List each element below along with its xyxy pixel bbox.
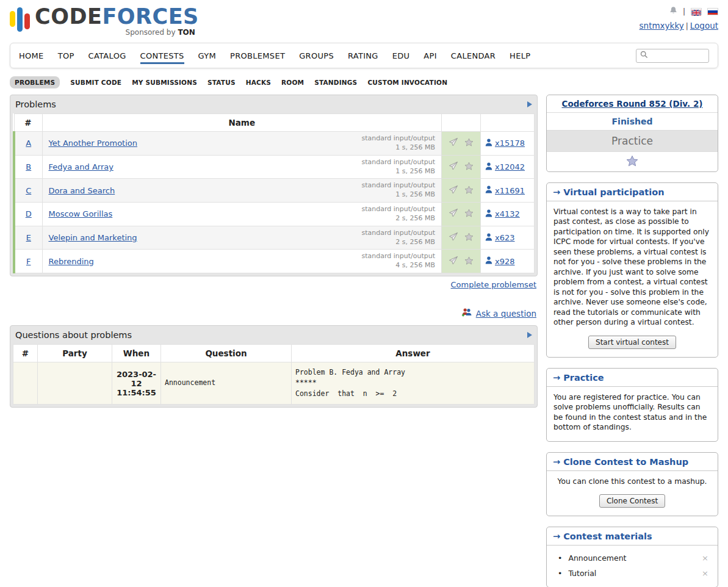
paper-plane-icon[interactable]: [449, 232, 458, 243]
problem-limits: standard input/output2 s, 256 MB: [361, 229, 435, 247]
flag-ru-icon[interactable]: [707, 8, 718, 15]
close-icon[interactable]: ×: [700, 569, 710, 578]
nav-item-api[interactable]: API: [423, 51, 436, 60]
favorite-star-icon[interactable]: [464, 138, 474, 148]
logo-sponsored: Sponsored by TON: [35, 28, 199, 37]
problem-row: C Dora and Search standard input/output1…: [14, 179, 535, 203]
favorite-star-icon[interactable]: [464, 232, 474, 243]
ask-question-link[interactable]: Ask a question: [476, 309, 536, 319]
tab-standings[interactable]: STANDINGS: [314, 79, 357, 86]
nav-item-catalog[interactable]: CATALOG: [88, 51, 126, 60]
contest-info-box: Codeforces Round 852 (Div. 2) Finished P…: [546, 95, 718, 172]
col-header-num: #: [14, 114, 42, 132]
problem-name-link[interactable]: Dora and Search: [49, 186, 115, 195]
tab-room[interactable]: ROOM: [281, 79, 304, 86]
search-box[interactable]: [636, 49, 709, 63]
problem-letter-link[interactable]: A: [26, 139, 31, 148]
question-party: [38, 362, 112, 405]
paper-plane-icon[interactable]: [449, 161, 458, 173]
expand-arrow-icon[interactable]: [527, 332, 532, 338]
nav-item-gym[interactable]: GYM: [198, 51, 216, 60]
tab-my-submissions[interactable]: MY SUBMISSIONS: [132, 79, 197, 86]
favorite-star-icon[interactable]: [626, 159, 638, 168]
col-header-question: Question: [161, 345, 292, 362]
nav-item-top[interactable]: TOP: [58, 51, 74, 60]
problem-row: B Fedya and Array standard input/output1…: [14, 155, 535, 179]
nav-item-help[interactable]: HELP: [510, 51, 530, 60]
tab-custom-invocation[interactable]: CUSTOM INVOCATION: [367, 79, 447, 86]
question-when: 2023-02-12 11:54:55: [112, 362, 161, 405]
question-num: [13, 362, 38, 405]
question-answer: Problem B. Fedya and Array ***** Conside…: [292, 362, 535, 405]
solved-count-link[interactable]: x11691: [485, 185, 530, 195]
tab-hacks[interactable]: HACKS: [246, 79, 271, 86]
problem-letter-link[interactable]: B: [26, 162, 31, 171]
paper-plane-icon[interactable]: [449, 208, 458, 220]
main-nav: HOME TOP CATALOG CONTESTS GYM PROBLEMSET…: [10, 43, 718, 68]
problem-letter-link[interactable]: E: [26, 233, 31, 242]
practice-title: → Practice: [547, 369, 718, 387]
solved-count-link[interactable]: x15178: [485, 139, 530, 148]
problem-letter-link[interactable]: D: [26, 209, 32, 218]
problem-name-link[interactable]: Velepin and Marketing: [49, 233, 137, 242]
problem-name-link[interactable]: Rebrending: [49, 257, 94, 266]
nav-item-calendar[interactable]: CALENDAR: [451, 51, 496, 60]
paper-plane-icon[interactable]: [449, 256, 458, 267]
flag-en-icon[interactable]: [691, 8, 702, 15]
problem-name-link[interactable]: Yet Another Promotion: [49, 139, 137, 148]
favorite-star-icon[interactable]: [464, 256, 474, 267]
tab-submit-code[interactable]: SUBMIT CODE: [70, 79, 121, 86]
nav-item-edu[interactable]: EDU: [392, 51, 410, 60]
virtual-participation-text: Virtual contest is a way to take part in…: [547, 201, 718, 333]
problem-name-link[interactable]: Fedya and Array: [49, 162, 114, 171]
nav-item-rating[interactable]: RATING: [348, 51, 378, 60]
material-announcement-link[interactable]: Announcement: [568, 553, 626, 563]
solved-count-link[interactable]: x12042: [485, 162, 530, 172]
paper-plane-icon[interactable]: [449, 185, 458, 196]
practice-text: You are registered for practice. You can…: [547, 387, 718, 438]
clone-contest-title: → Clone Contest to Mashup: [547, 453, 718, 471]
practice-box: → Practice You are registered for practi…: [546, 368, 718, 442]
codeforces-logo[interactable]: CODEFORCES Sponsored by TON: [10, 6, 199, 37]
logout-link[interactable]: Logout: [690, 21, 718, 31]
clone-contest-button[interactable]: Clone Contest: [599, 494, 665, 508]
search-input[interactable]: [651, 51, 705, 60]
nav-item-groups[interactable]: GROUPS: [299, 51, 334, 60]
bell-icon[interactable]: [669, 6, 677, 16]
close-icon[interactable]: ×: [700, 553, 710, 563]
complete-problemset-link[interactable]: Complete problemset: [451, 280, 536, 289]
contest-sub-nav: PROBLEMS SUBMIT CODE MY SUBMISSIONS STAT…: [10, 76, 718, 88]
tab-problems[interactable]: PROBLEMS: [10, 76, 60, 88]
user-icon: [485, 233, 492, 243]
problem-letter-link[interactable]: F: [26, 257, 31, 266]
logo-forces: FORCES: [102, 4, 198, 29]
material-item: Tutorial ×: [557, 566, 712, 581]
solved-count-link[interactable]: x928: [485, 256, 530, 266]
paper-plane-icon[interactable]: [449, 137, 458, 149]
problem-limits: standard input/output4 s, 256 MB: [361, 252, 435, 270]
solved-count-link[interactable]: x4132: [485, 209, 530, 219]
user-icon: [485, 209, 492, 219]
favorite-star-icon[interactable]: [464, 209, 474, 219]
start-virtual-contest-button[interactable]: Start virtual contest: [588, 336, 676, 349]
problem-name-link[interactable]: Moscow Gorillas: [49, 209, 113, 218]
expand-arrow-icon[interactable]: [527, 101, 532, 107]
question-row: 2023-02-12 11:54:55 Announcement Problem…: [13, 362, 535, 405]
clone-contest-text: You can clone this contest to a mashup.: [547, 471, 718, 491]
problem-letter-link[interactable]: C: [26, 186, 31, 195]
favorite-star-icon[interactable]: [464, 162, 474, 172]
material-item: Announcement ×: [557, 550, 712, 566]
nav-item-home[interactable]: HOME: [19, 51, 44, 60]
nav-item-problemset[interactable]: PROBLEMSET: [230, 51, 285, 60]
solved-count-link[interactable]: x623: [485, 233, 530, 243]
questions-table: # Party When Question Answer 2023-02-12 …: [13, 344, 535, 405]
tab-status[interactable]: STATUS: [207, 79, 236, 86]
page-header: CODEFORCES Sponsored by TON | sntmxykky|…: [0, 0, 728, 39]
favorite-star-icon[interactable]: [464, 185, 474, 196]
nav-item-contests[interactable]: CONTESTS: [140, 51, 184, 60]
user-handle-link[interactable]: sntmxykky: [640, 21, 684, 31]
contest-title-link[interactable]: Codeforces Round 852 (Div. 2): [562, 99, 703, 109]
logo-bars-icon: [10, 6, 31, 33]
logo-code: CODE: [35, 4, 102, 29]
material-tutorial-link[interactable]: Tutorial: [568, 569, 596, 578]
